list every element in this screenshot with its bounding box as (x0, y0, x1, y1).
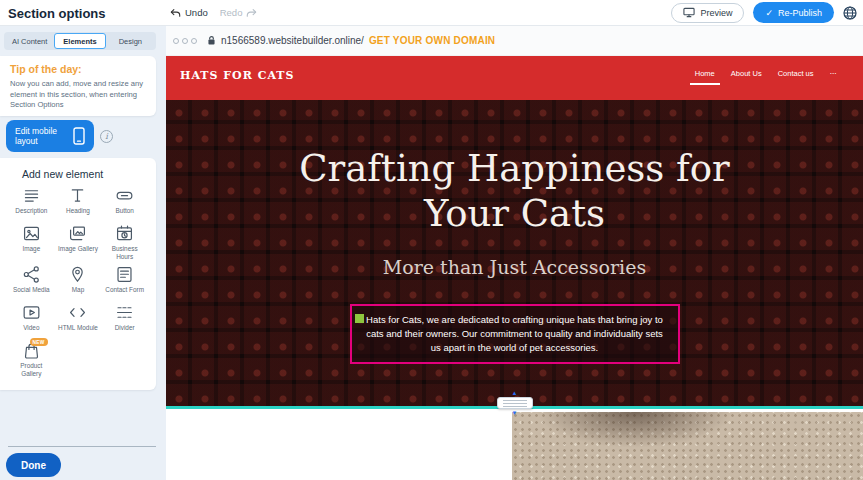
lock-icon (207, 35, 216, 46)
redo-button[interactable]: Redo (220, 7, 258, 18)
tip-body: Now you can add, move and resize any ele… (10, 79, 150, 111)
monitor-icon (683, 7, 695, 18)
description-icon (22, 186, 41, 205)
nav-more-icon[interactable]: ⋯ (830, 65, 838, 85)
redo-icon (246, 8, 257, 18)
heading-icon (68, 186, 87, 205)
get-own-domain-link[interactable]: GET YOUR OWN DOMAIN (369, 35, 495, 46)
topbar: Section options Undo Redo Preview ✓ Re-P… (0, 0, 863, 26)
add-element-label: HTML Module (58, 324, 98, 332)
selection-handle[interactable] (355, 314, 364, 323)
add-element-label: Social Media (13, 286, 50, 294)
add-element-heading[interactable]: Heading (55, 186, 102, 219)
add-element-html-module[interactable]: HTML Module (55, 303, 102, 336)
add-element-panel: Add new element Description Heading Butt… (0, 158, 156, 390)
add-element-label: Contact Form (105, 286, 144, 294)
nav-item-home[interactable]: Home (695, 65, 715, 85)
window-dot-icon (173, 38, 179, 44)
preview-label: Preview (700, 8, 732, 18)
html-module-icon (68, 303, 87, 322)
add-element-description[interactable]: Description (8, 186, 55, 219)
add-element-label: Video (23, 324, 39, 332)
add-element-divider[interactable]: Divider (101, 303, 148, 336)
check-icon: ✓ (765, 8, 773, 18)
phone-icon (73, 127, 85, 145)
tab-design[interactable]: Design (106, 33, 155, 49)
nav-item-contact-us[interactable]: Contact us (778, 65, 814, 85)
arrow-down-icon: ▼ (512, 410, 518, 416)
history-controls: Undo Redo (170, 0, 257, 25)
add-element-label: Image Gallery (58, 245, 98, 253)
redo-label: Redo (220, 7, 243, 18)
social-media-icon (22, 265, 41, 284)
site-logo[interactable]: HATS FOR CATS (180, 69, 294, 82)
add-element-contact-form[interactable]: Contact Form (101, 265, 148, 298)
add-element-label: Heading (66, 207, 90, 215)
tip-title: Tip of the day: (10, 63, 82, 75)
undo-button[interactable]: Undo (170, 7, 208, 18)
add-element-business-hours[interactable]: Business Hours (101, 224, 148, 260)
page-title: Section options (8, 5, 106, 20)
arrow-up-icon: ▲ (512, 390, 518, 396)
nav-item-about-us[interactable]: About Us (731, 65, 762, 85)
add-element-label: Image (22, 245, 40, 253)
add-element-label: Business Hours (103, 245, 147, 260)
hero-paragraph-selected[interactable]: Hats for Cats, we are dedicated to craft… (350, 304, 680, 363)
add-element-label: Description (15, 207, 47, 215)
hero-heading[interactable]: Crafting Happiness for Your Cats (285, 146, 745, 236)
sidebar-tabs: AI Content Elements Design (4, 32, 156, 50)
add-element-label: Product Gallery (9, 362, 53, 377)
edit-mobile-layout-button[interactable]: Edit mobile layout (6, 120, 94, 152)
tab-elements[interactable]: Elements (54, 33, 105, 49)
new-badge: NEW (30, 338, 48, 346)
add-element-image[interactable]: Image (8, 224, 55, 260)
add-element-product-gallery[interactable]: NEW Product Gallery (8, 341, 55, 377)
video-icon (22, 303, 41, 322)
add-element-label: Divider (115, 324, 135, 332)
add-element-social-media[interactable]: Social Media (8, 265, 55, 298)
add-element-label: Button (115, 207, 133, 215)
add-element-video[interactable]: Video (8, 303, 55, 336)
republish-label: Re-Publish (778, 8, 822, 18)
site-url: n1566589.websitebuilder.online/ (221, 35, 364, 46)
republish-button[interactable]: ✓ Re-Publish (753, 2, 834, 23)
undo-label: Undo (185, 7, 208, 18)
site-nav: Home About Us Contact us ⋯ (695, 65, 837, 85)
info-icon[interactable]: i (100, 130, 113, 143)
language-globe-button[interactable] (843, 6, 857, 20)
add-element-image-gallery[interactable]: Image Gallery (55, 224, 102, 260)
section-resize-handle[interactable]: ▲ ▼ (497, 390, 533, 416)
mock-browser-bar: n1566589.websitebuilder.online/ GET YOUR… (166, 26, 863, 56)
tab-ai-content[interactable]: AI Content (5, 33, 54, 49)
window-dot-icon (182, 38, 188, 44)
sidebar: AI Content Elements Design Tip of the da… (0, 26, 166, 480)
tip-of-the-day-card: Tip of the day: Now you can add, move an… (0, 56, 156, 116)
add-element-grid: Description Heading Button Image Image G… (8, 186, 148, 378)
divider-icon (115, 303, 134, 322)
add-element-title: Add new element (22, 168, 103, 180)
done-button[interactable]: Done (6, 453, 61, 477)
drag-grip (497, 397, 533, 409)
next-section-photo (512, 412, 863, 480)
hero-section[interactable]: Crafting Happiness for Your Cats More th… (166, 100, 863, 406)
topbar-actions: Preview ✓ Re-Publish (671, 0, 857, 25)
add-element-button[interactable]: Button (101, 186, 148, 219)
edit-mobile-layout-label: Edit mobile layout (15, 126, 66, 146)
hero-paragraph-text: Hats for Cats, we are dedicated to craft… (366, 314, 663, 353)
add-element-label: Map (72, 286, 84, 294)
button-icon (115, 186, 134, 205)
image-gallery-icon (68, 224, 87, 243)
site-header[interactable]: HATS FOR CATS Home About Us Contact us ⋯ (166, 56, 863, 100)
app-window: Section options Undo Redo Preview ✓ Re-P… (0, 0, 863, 480)
hero-subheading[interactable]: More than Just Accessories (166, 256, 863, 278)
contact-form-icon (115, 265, 134, 284)
preview-button[interactable]: Preview (671, 3, 744, 23)
undo-icon (170, 8, 181, 18)
map-icon (68, 265, 87, 284)
globe-icon (843, 6, 857, 20)
window-dot-icon (191, 38, 197, 44)
image-icon (22, 224, 41, 243)
sidebar-divider (8, 446, 156, 447)
add-element-map[interactable]: Map (55, 265, 102, 298)
business-hours-icon (115, 224, 134, 243)
